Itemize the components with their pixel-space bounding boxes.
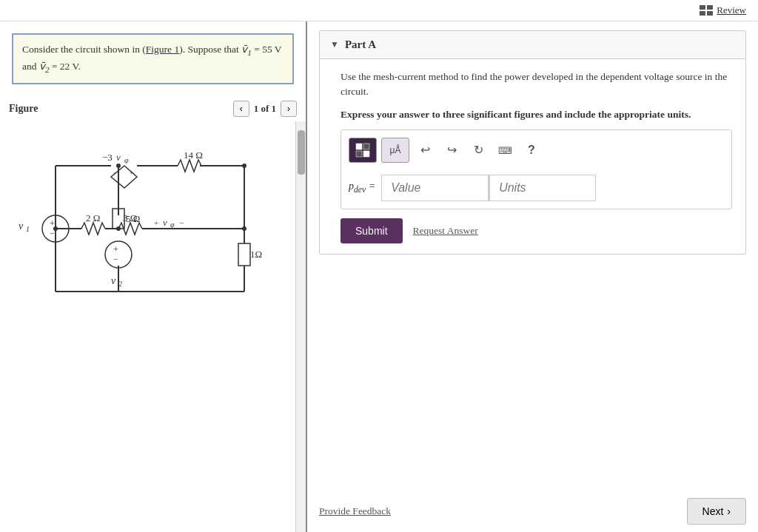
bottom-row: Provide Feedback Next › [307,491,758,532]
svg-text:v: v [19,220,24,232]
svg-rect-2 [700,11,705,16]
svg-text:2 Ω: 2 Ω [86,212,100,223]
circuit-diagram: 1Ω − + −3 v φ [0,121,306,532]
provide-feedback-link[interactable]: Provide Feedback [319,505,391,517]
undo-button[interactable]: ↩ [414,139,436,161]
next-label: Next [702,505,724,517]
redo-icon: ↪ [447,144,457,156]
help-icon: ? [528,144,535,156]
part-a-label: Part A [345,38,376,51]
refresh-button[interactable]: ↻ [467,139,489,161]
units-input[interactable] [489,175,596,201]
svg-point-36 [116,226,121,231]
toolbar: μÅ ↩ ↪ ↻ ⌨ [349,138,724,167]
part-instruction: Express your answer to three significant… [341,107,732,122]
next-button[interactable]: Next › [687,498,746,525]
chevron-down-icon: ▼ [330,39,339,50]
svg-point-57 [116,164,121,168]
figure-label: Figure [9,103,38,115]
svg-rect-62 [363,151,369,157]
svg-rect-61 [356,151,362,157]
input-row: pdev = [349,175,724,201]
svg-text:−: − [113,254,118,264]
svg-rect-1 [707,5,713,10]
answer-box: μÅ ↩ ↪ ↻ ⌨ [341,129,732,209]
matrix-button[interactable] [349,138,377,163]
value-input[interactable] [381,175,489,201]
svg-text:+: + [154,218,158,227]
svg-point-58 [242,164,246,168]
help-button[interactable]: ? [520,139,543,161]
svg-text:1Ω: 1Ω [250,249,262,260]
submit-button[interactable]: Submit [341,218,403,243]
next-chevron-icon: › [727,505,731,517]
review-button[interactable]: Review [700,4,746,16]
svg-text:+: + [113,244,118,255]
part-description: Use the mesh-current method to find the … [341,70,732,100]
svg-point-47 [105,241,132,268]
svg-text:−: − [113,169,118,177]
svg-text:+: + [130,169,134,177]
problem-text: Consider the circuit shown in (Figure 1)… [12,33,294,84]
review-icon [700,5,713,16]
redo-button[interactable]: ↪ [440,139,463,161]
svg-text:1: 1 [26,225,30,233]
svg-rect-3 [707,11,713,16]
svg-rect-60 [363,144,369,149]
svg-text:v: v [111,275,116,286]
svg-text:+: + [50,218,55,229]
action-row: Submit Request Answer [341,218,732,243]
undo-icon: ↩ [420,144,430,156]
svg-point-37 [242,226,246,231]
units-button[interactable]: μÅ [381,138,409,163]
svg-rect-0 [700,5,705,10]
pdev-label: pdev = [349,181,375,195]
svg-text:−3: −3 [102,152,113,163]
svg-text:−: − [179,218,184,227]
svg-text:−: − [50,228,55,238]
svg-text:2: 2 [118,280,122,288]
figure-next-button[interactable]: › [281,101,297,117]
part-a-section: ▼ Part A Use the mesh-current method to … [319,30,746,255]
figure-count: 1 of 1 [254,103,276,115]
matrix-icon [355,143,370,158]
svg-text:φ: φ [170,220,175,229]
keyboard-icon: ⌨ [498,145,512,156]
circuit-svg: 1Ω − + −3 v φ [15,129,289,321]
refresh-icon: ↻ [474,144,483,156]
units-icon: μÅ [390,145,401,155]
request-answer-link[interactable]: Request Answer [413,225,478,237]
svg-text:14 Ω: 14 Ω [184,149,203,161]
review-label: Review [717,4,746,16]
svg-rect-8 [238,243,250,266]
figure-prev-button[interactable]: ‹ [233,101,249,117]
svg-text:v: v [163,217,167,228]
svg-rect-59 [356,144,362,149]
svg-text:5 Ω: 5 Ω [126,213,140,224]
figure-header: Figure ‹ 1 of 1 › [0,96,306,121]
svg-text:φ: φ [124,156,129,164]
svg-text:v: v [116,152,121,163]
keyboard-button[interactable]: ⌨ [494,139,516,161]
scrollbar[interactable] [295,121,306,532]
part-a-header: ▼ Part A [320,31,745,59]
